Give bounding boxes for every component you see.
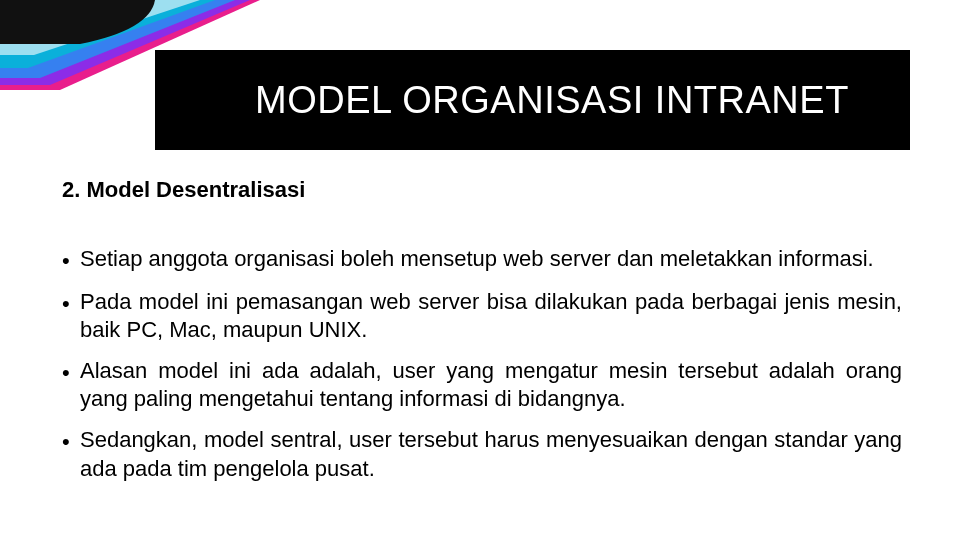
slide-subtitle: 2. Model Desentralisasi — [62, 177, 305, 203]
bullet-dot: • — [62, 245, 80, 276]
slide-title: MODEL ORGANISASI INTRANET — [255, 79, 849, 122]
bullet-text: Pada model ini pemasangan web server bis… — [80, 288, 902, 345]
bullet-dot: • — [62, 288, 80, 319]
list-item: • Pada model ini pemasangan web server b… — [62, 288, 902, 345]
bullet-text: Sedangkan, model sentral, user tersebut … — [80, 426, 902, 483]
list-item: • Setiap anggota organisasi boleh menset… — [62, 245, 902, 276]
bullet-text: Setiap anggota organisasi boleh mensetup… — [80, 245, 902, 274]
bullet-dot: • — [62, 426, 80, 457]
bullet-list: • Setiap anggota organisasi boleh menset… — [62, 245, 902, 495]
list-item: • Sedangkan, model sentral, user tersebu… — [62, 426, 902, 483]
bullet-text: Alasan model ini ada adalah, user yang m… — [80, 357, 902, 414]
title-banner: MODEL ORGANISASI INTRANET — [155, 50, 910, 150]
list-item: • Alasan model ini ada adalah, user yang… — [62, 357, 902, 414]
bullet-dot: • — [62, 357, 80, 388]
